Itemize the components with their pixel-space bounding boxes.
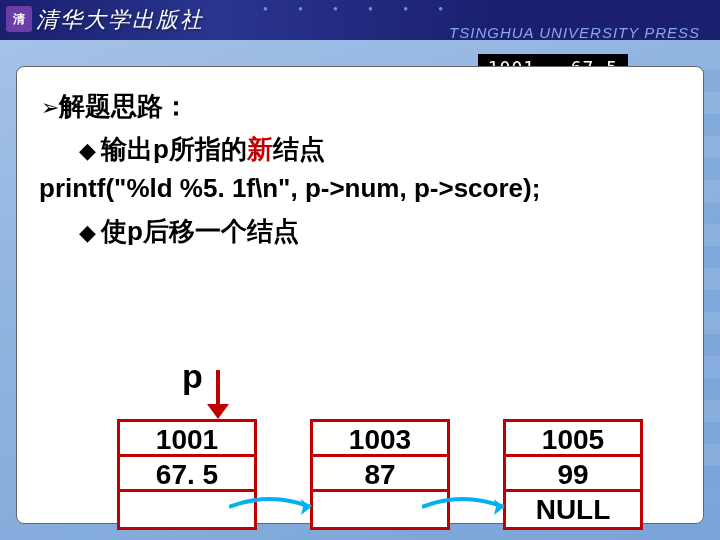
bullet-1-prefix: 输出p所指的 <box>101 134 247 164</box>
slide-header: 清 清华大学出版社 ● ● ● ● ● ● TSINGHUA UNIVERSIT… <box>0 0 720 40</box>
publisher-name-en: TSINGHUA UNIVERSITY PRESS <box>449 24 700 41</box>
linked-list-diagram: p 1001 67. 5 1003 87 1005 99 NULL <box>107 367 647 540</box>
diamond-bullet-icon: ◆ <box>79 220 101 246</box>
slide: 清 清华大学出版社 ● ● ● ● ● ● TSINGHUA UNIVERSIT… <box>0 0 720 540</box>
bullet-line-1: ◆ 输出p所指的新结点 <box>79 132 679 167</box>
node-3: 1005 99 NULL <box>503 419 643 530</box>
bullet-line-2: ◆ 使p后移一个结点 <box>79 214 679 249</box>
decorative-stripes <box>702 68 720 488</box>
svg-marker-0 <box>301 499 311 515</box>
node-3-score: 99 <box>506 457 640 492</box>
publisher-name-zh: 清华大学出版社 <box>36 5 204 35</box>
svg-marker-1 <box>494 499 504 515</box>
publisher-logo-icon: 清 <box>6 6 32 32</box>
code-line: printf("%ld %5. 1f\n", p->num, p->score)… <box>39 173 679 204</box>
heading-text: 解题思路： <box>59 89 189 124</box>
pointer-line <box>216 370 220 408</box>
bullet-1-text: 输出p所指的新结点 <box>101 132 325 167</box>
pointer-arrowhead-icon <box>207 404 229 419</box>
diamond-bullet-icon: ◆ <box>79 138 101 164</box>
bullet-2-text: 使p后移一个结点 <box>101 214 299 249</box>
pointer-label: p <box>182 357 203 396</box>
node-2-score: 87 <box>313 457 447 492</box>
node-3-next: NULL <box>506 492 640 527</box>
node-3-num: 1005 <box>506 422 640 457</box>
content-card: ➢ 解题思路： ◆ 输出p所指的新结点 printf("%ld %5. 1f\n… <box>16 66 704 524</box>
node-1-score: 67. 5 <box>120 457 254 492</box>
bullet-1-emphasis: 新 <box>247 134 273 164</box>
bullet-1-suffix: 结点 <box>273 134 325 164</box>
decorative-dots: ● ● ● ● ● ● <box>263 4 457 13</box>
node-1-num: 1001 <box>120 422 254 457</box>
node-2-num: 1003 <box>313 422 447 457</box>
triangle-bullet-icon: ➢ <box>41 95 59 121</box>
heading-row: ➢ 解题思路： <box>41 89 679 124</box>
